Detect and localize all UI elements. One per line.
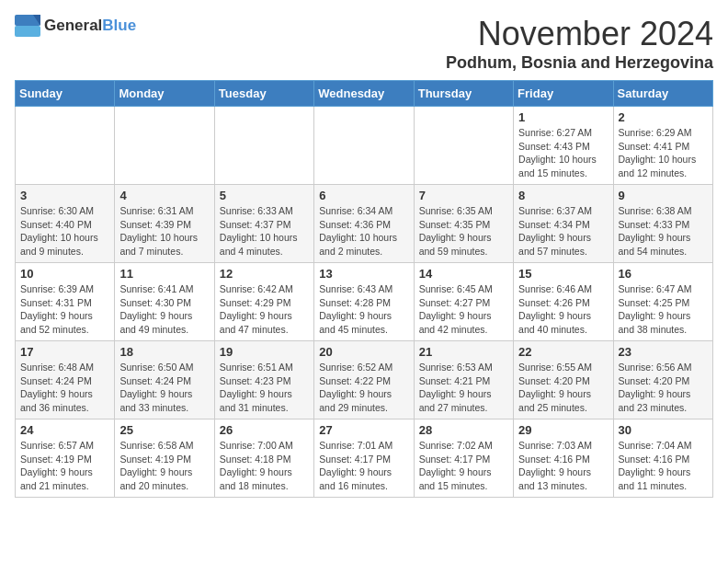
day-cell: 7Sunrise: 6:35 AM Sunset: 4:35 PM Daylig… <box>414 185 513 263</box>
logo-icon <box>15 15 40 37</box>
day-cell <box>414 107 513 185</box>
day-number: 14 <box>419 267 508 281</box>
day-info: Sunrise: 7:02 AM Sunset: 4:17 PM Dayligh… <box>419 439 508 493</box>
day-info: Sunrise: 6:34 AM Sunset: 4:36 PM Dayligh… <box>319 204 408 259</box>
logo: GeneralBlue <box>15 15 136 37</box>
day-cell: 13Sunrise: 6:43 AM Sunset: 4:28 PM Dayli… <box>314 263 414 341</box>
day-number: 17 <box>20 345 109 359</box>
day-info: Sunrise: 6:27 AM Sunset: 4:43 PM Dayligh… <box>518 126 608 180</box>
title-area: November 2024 Podhum, Bosnia and Herzego… <box>446 15 713 73</box>
day-cell: 30Sunrise: 7:04 AM Sunset: 4:16 PM Dayli… <box>613 419 712 498</box>
day-info: Sunrise: 6:57 AM Sunset: 4:19 PM Dayligh… <box>20 439 109 493</box>
calendar-table: SundayMondayTuesdayWednesdayThursdayFrid… <box>15 80 713 498</box>
day-info: Sunrise: 6:48 AM Sunset: 4:24 PM Dayligh… <box>20 361 109 415</box>
day-cell: 29Sunrise: 7:03 AM Sunset: 4:16 PM Dayli… <box>514 419 613 498</box>
svg-rect-1 <box>15 26 40 37</box>
day-number: 2 <box>619 110 708 124</box>
day-cell: 2Sunrise: 6:29 AM Sunset: 4:41 PM Daylig… <box>613 107 712 185</box>
day-number: 8 <box>518 189 608 202</box>
day-info: Sunrise: 7:04 AM Sunset: 4:16 PM Dayligh… <box>619 439 708 493</box>
day-info: Sunrise: 6:50 AM Sunset: 4:24 PM Dayligh… <box>119 361 209 415</box>
location-title: Podhum, Bosnia and Herzegovina <box>446 53 713 73</box>
day-cell: 27Sunrise: 7:01 AM Sunset: 4:17 PM Dayli… <box>314 419 414 498</box>
weekday-header-saturday: Saturday <box>613 81 712 107</box>
day-number: 3 <box>20 189 109 202</box>
day-cell: 23Sunrise: 6:56 AM Sunset: 4:20 PM Dayli… <box>613 341 712 419</box>
weekday-header-tuesday: Tuesday <box>214 81 313 107</box>
day-cell: 20Sunrise: 6:52 AM Sunset: 4:22 PM Dayli… <box>314 341 414 419</box>
day-number: 28 <box>419 423 508 437</box>
day-cell: 3Sunrise: 6:30 AM Sunset: 4:40 PM Daylig… <box>16 185 115 263</box>
day-info: Sunrise: 6:56 AM Sunset: 4:20 PM Dayligh… <box>619 361 708 415</box>
day-info: Sunrise: 6:51 AM Sunset: 4:23 PM Dayligh… <box>220 361 309 415</box>
day-cell: 11Sunrise: 6:41 AM Sunset: 4:30 PM Dayli… <box>115 263 214 341</box>
day-info: Sunrise: 6:29 AM Sunset: 4:41 PM Dayligh… <box>619 126 708 180</box>
day-info: Sunrise: 7:01 AM Sunset: 4:17 PM Dayligh… <box>319 439 408 493</box>
day-cell: 15Sunrise: 6:46 AM Sunset: 4:26 PM Dayli… <box>514 263 613 341</box>
day-info: Sunrise: 6:42 AM Sunset: 4:29 PM Dayligh… <box>220 282 309 337</box>
day-number: 13 <box>319 267 408 281</box>
day-number: 29 <box>518 423 608 437</box>
header: GeneralBlue November 2024 Podhum, Bosnia… <box>15 15 713 73</box>
day-cell: 1Sunrise: 6:27 AM Sunset: 4:43 PM Daylig… <box>514 107 613 185</box>
day-info: Sunrise: 6:39 AM Sunset: 4:31 PM Dayligh… <box>20 282 109 337</box>
day-number: 9 <box>619 189 708 202</box>
day-info: Sunrise: 6:58 AM Sunset: 4:19 PM Dayligh… <box>119 439 209 493</box>
day-info: Sunrise: 6:45 AM Sunset: 4:27 PM Dayligh… <box>419 282 508 337</box>
day-number: 24 <box>20 423 109 437</box>
day-number: 11 <box>119 267 209 281</box>
day-cell: 6Sunrise: 6:34 AM Sunset: 4:36 PM Daylig… <box>314 185 414 263</box>
day-info: Sunrise: 6:47 AM Sunset: 4:25 PM Dayligh… <box>619 282 708 337</box>
day-cell: 4Sunrise: 6:31 AM Sunset: 4:39 PM Daylig… <box>115 185 214 263</box>
day-cell: 28Sunrise: 7:02 AM Sunset: 4:17 PM Dayli… <box>414 419 513 498</box>
day-cell: 10Sunrise: 6:39 AM Sunset: 4:31 PM Dayli… <box>16 263 115 341</box>
day-cell: 8Sunrise: 6:37 AM Sunset: 4:34 PM Daylig… <box>514 185 613 263</box>
day-cell: 24Sunrise: 6:57 AM Sunset: 4:19 PM Dayli… <box>16 419 115 498</box>
day-number: 20 <box>319 345 408 359</box>
weekday-header-wednesday: Wednesday <box>314 81 414 107</box>
week-row-2: 3Sunrise: 6:30 AM Sunset: 4:40 PM Daylig… <box>16 185 713 263</box>
day-cell <box>16 107 115 185</box>
day-cell: 18Sunrise: 6:50 AM Sunset: 4:24 PM Dayli… <box>115 341 214 419</box>
day-number: 23 <box>619 345 708 359</box>
day-cell: 9Sunrise: 6:38 AM Sunset: 4:33 PM Daylig… <box>613 185 712 263</box>
day-number: 30 <box>619 423 708 437</box>
day-info: Sunrise: 6:55 AM Sunset: 4:20 PM Dayligh… <box>518 361 608 415</box>
day-cell <box>115 107 214 185</box>
day-info: Sunrise: 6:35 AM Sunset: 4:35 PM Dayligh… <box>419 204 508 259</box>
day-cell: 26Sunrise: 7:00 AM Sunset: 4:18 PM Dayli… <box>214 419 313 498</box>
day-cell <box>214 107 313 185</box>
day-info: Sunrise: 7:03 AM Sunset: 4:16 PM Dayligh… <box>518 439 608 493</box>
day-cell: 21Sunrise: 6:53 AM Sunset: 4:21 PM Dayli… <box>414 341 513 419</box>
day-number: 10 <box>20 267 109 281</box>
day-cell: 25Sunrise: 6:58 AM Sunset: 4:19 PM Dayli… <box>115 419 214 498</box>
day-info: Sunrise: 6:41 AM Sunset: 4:30 PM Dayligh… <box>119 282 209 337</box>
day-info: Sunrise: 6:30 AM Sunset: 4:40 PM Dayligh… <box>20 204 109 259</box>
logo-general: GeneralBlue <box>44 17 136 35</box>
day-number: 6 <box>319 189 408 202</box>
day-number: 25 <box>119 423 209 437</box>
day-cell: 14Sunrise: 6:45 AM Sunset: 4:27 PM Dayli… <box>414 263 513 341</box>
day-info: Sunrise: 6:38 AM Sunset: 4:33 PM Dayligh… <box>619 204 708 259</box>
day-cell: 17Sunrise: 6:48 AM Sunset: 4:24 PM Dayli… <box>16 341 115 419</box>
week-row-4: 17Sunrise: 6:48 AM Sunset: 4:24 PM Dayli… <box>16 341 713 419</box>
day-cell: 22Sunrise: 6:55 AM Sunset: 4:20 PM Dayli… <box>514 341 613 419</box>
weekday-header-sunday: Sunday <box>16 81 115 107</box>
day-number: 5 <box>220 189 309 202</box>
week-row-5: 24Sunrise: 6:57 AM Sunset: 4:19 PM Dayli… <box>16 419 713 498</box>
day-number: 1 <box>518 110 608 124</box>
day-number: 12 <box>220 267 309 281</box>
day-cell: 19Sunrise: 6:51 AM Sunset: 4:23 PM Dayli… <box>214 341 313 419</box>
weekday-header-row: SundayMondayTuesdayWednesdayThursdayFrid… <box>16 81 713 107</box>
day-number: 18 <box>119 345 209 359</box>
day-number: 19 <box>220 345 309 359</box>
day-info: Sunrise: 6:52 AM Sunset: 4:22 PM Dayligh… <box>319 361 408 415</box>
day-cell <box>314 107 414 185</box>
day-number: 22 <box>518 345 608 359</box>
day-number: 4 <box>119 189 209 202</box>
day-info: Sunrise: 6:53 AM Sunset: 4:21 PM Dayligh… <box>419 361 508 415</box>
day-cell: 12Sunrise: 6:42 AM Sunset: 4:29 PM Dayli… <box>214 263 313 341</box>
day-info: Sunrise: 6:37 AM Sunset: 4:34 PM Dayligh… <box>518 204 608 259</box>
month-title: November 2024 <box>446 15 713 53</box>
day-info: Sunrise: 6:31 AM Sunset: 4:39 PM Dayligh… <box>119 204 209 259</box>
